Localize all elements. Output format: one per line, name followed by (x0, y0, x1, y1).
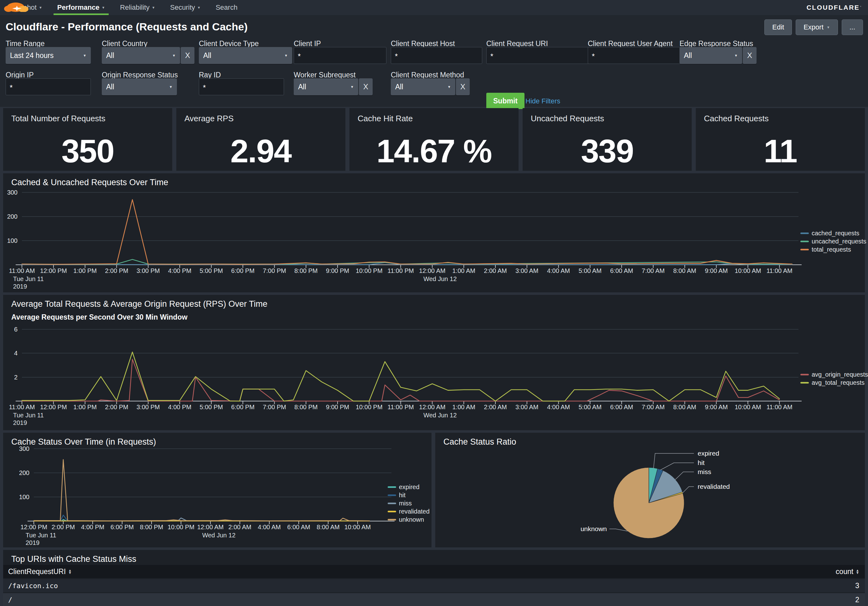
origin-ip-input[interactable] (6, 78, 91, 95)
legend-item-total_requests[interactable]: total_requests (800, 246, 866, 253)
client-request-method-select[interactable]: All▼ (391, 78, 455, 95)
table-title: Top URIs with Cache Status Miss (11, 554, 136, 564)
series-line-avg_total_requests (22, 352, 780, 401)
filter-field-origin-response-status: All▼ (102, 78, 177, 95)
legend-item-avg_origin_requests[interactable]: avg_origin_requests (800, 371, 868, 378)
client-country-clear-button[interactable]: X (181, 47, 194, 64)
pie-slice-label-miss: miss (698, 468, 711, 475)
x-tick-label: 11:00 PM (388, 267, 414, 274)
client-device-type-select[interactable]: All▼ (199, 47, 292, 64)
legend-label: uncached_requests (812, 238, 866, 245)
worker-subrequest-clear-button[interactable]: X (359, 78, 373, 95)
select-value: All (203, 51, 211, 60)
client-request-uri-input[interactable] (486, 47, 590, 64)
legend-item-miss[interactable]: miss (388, 500, 429, 507)
x-tick-label: 1:00 PM (73, 404, 96, 410)
filter-label-client-request-user-agent: Client Request User Agent (588, 39, 673, 48)
x-tick-label: 7:00 PM (263, 267, 286, 274)
client-request-user-agent-input[interactable] (588, 47, 691, 64)
x-tick-sublabel: Tue Jun 11 (13, 412, 44, 419)
client-request-method-clear-button[interactable]: X (456, 78, 470, 95)
x-tick-label: 5:00 PM (200, 267, 223, 274)
legend-item-revalidated[interactable]: revalidated (388, 508, 429, 515)
series-line-hit (34, 515, 369, 521)
kpi-card-cached-requests: Cached Requests11 (696, 108, 865, 171)
x-tick-label: 5:00 AM (579, 404, 601, 410)
filter-field-client-request-uri (486, 47, 590, 64)
kpi-card-uncached-requests: Uncached Requests339 (522, 108, 692, 171)
ray-id-input[interactable] (199, 78, 284, 95)
legend-item-uncached_requests[interactable]: uncached_requests (800, 238, 866, 245)
x-tick-label: 4:00 PM (168, 404, 191, 410)
x-tick-label: 5:00 PM (200, 404, 223, 410)
edit-button[interactable]: Edit (764, 19, 792, 35)
legend-label: expired (399, 483, 420, 491)
x-tick-label: 7:00 PM (263, 404, 286, 410)
legend-item-unknown[interactable]: unknown (388, 516, 429, 523)
edge-response-status-select[interactable]: All▼ (679, 47, 742, 64)
legend-item-expired[interactable]: expired (388, 483, 429, 491)
select-value: All (684, 51, 692, 60)
cloud-base (0, 12, 34, 14)
pie-label-connector (683, 486, 694, 493)
legend-label: miss (399, 500, 412, 507)
legend-label: unknown (399, 516, 424, 523)
origin-response-status-select[interactable]: All▼ (102, 78, 177, 95)
legend-swatch (388, 486, 396, 488)
button[interactable]: ... (842, 19, 863, 35)
export-button[interactable]: Export▼ (796, 19, 838, 35)
filter-label-origin-response-status: Origin Response Status (102, 71, 178, 79)
column-header-label: count (836, 567, 853, 576)
pie-label-connector (660, 463, 694, 470)
time-range-select[interactable]: Last 24 hours▼ (6, 47, 91, 64)
sort-icon: ▲▼ (856, 569, 859, 574)
pie-slice-label-expired: expired (698, 450, 719, 457)
nav-item-reliability[interactable]: Reliability▼ (112, 0, 163, 15)
x-tick-label: 3:00 AM (515, 404, 538, 410)
table-row: /favicon.ico3 (3, 579, 865, 592)
x-tick-label: 9:00 AM (705, 267, 728, 274)
select-value: All (298, 83, 306, 91)
edge-response-status-clear-button[interactable]: X (743, 47, 756, 64)
client-country-select[interactable]: All▼ (102, 47, 180, 64)
y-tick-label: 300 (19, 445, 29, 452)
x-tick-label: 10:00 AM (735, 404, 761, 410)
legend-item-avg_total_requests[interactable]: avg_total_requests (800, 379, 868, 386)
filter-label-worker-subrequest: Worker Subrequest (294, 71, 356, 79)
client-ip-input[interactable] (294, 47, 386, 64)
kpi-title: Uncached Requests (531, 114, 604, 123)
legend-item-cached_requests[interactable]: cached_requests (800, 230, 866, 237)
x-tick-label: 9:00 AM (705, 404, 728, 410)
filter-field-client-request-host (391, 47, 482, 64)
table-header-row: ClientRequestURI▲▼count▲▼ (3, 565, 865, 578)
x-tick-label: 8:00 PM (294, 404, 318, 410)
legend-swatch (388, 519, 396, 521)
kpi-title: Cache Hit Rate (358, 114, 413, 123)
filter-label-client-request-host: Client Request Host (391, 39, 455, 48)
nav-item-label: Search (216, 3, 238, 12)
filter-label-client-request-uri: Client Request URI (486, 39, 548, 48)
worker-subrequest-select[interactable]: All▼ (294, 78, 358, 95)
brand-logo: CLOUDFLARE’ (807, 0, 868, 15)
chevron-down-icon: ▼ (172, 54, 176, 57)
y-tick-label: 300 (7, 189, 17, 196)
x-tick-label: 10:00 AM (735, 267, 761, 274)
nav-item-performance[interactable]: Performance▼ (50, 0, 112, 15)
column-header-count[interactable]: count▲▼ (765, 567, 865, 576)
nav-item-search[interactable]: Search (208, 0, 245, 15)
submit-button[interactable]: Submit (486, 93, 524, 109)
legend-item-hit[interactable]: hit (388, 492, 429, 499)
nav-item-security[interactable]: Security▼ (163, 0, 208, 15)
legend-swatch (800, 382, 809, 384)
column-header-clientrequesturi[interactable]: ClientRequestURI▲▼ (3, 567, 765, 576)
x-tick-label: 3:00 PM (136, 404, 160, 410)
kpi-title: Average RPS (184, 114, 234, 123)
x-tick-label: 10:00 PM (356, 404, 383, 410)
client-request-host-input[interactable] (391, 47, 482, 64)
x-tick-label: 12:00 AM (197, 524, 224, 530)
filter-label-edge-response-status: Edge Response Status (679, 39, 753, 48)
legend-swatch (388, 511, 396, 512)
kpi-title: Total Number of Requests (11, 114, 105, 123)
hide-filters-link[interactable]: Hide Filters (525, 97, 560, 105)
x-tick-label: 1:00 PM (73, 267, 96, 274)
